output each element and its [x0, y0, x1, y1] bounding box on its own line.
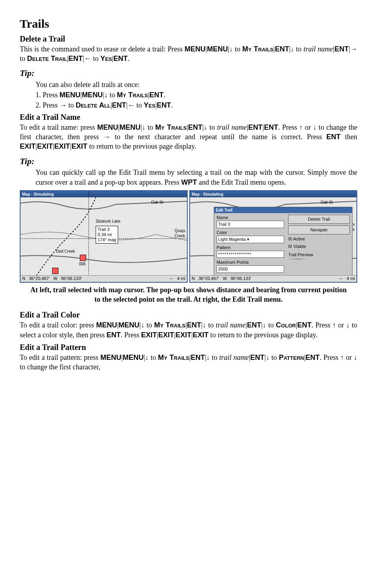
- popup-bearing: 174° mag: [98, 237, 116, 242]
- field-maxpoints[interactable]: 2000: [217, 265, 284, 273]
- trail-preview-line: [288, 259, 308, 259]
- heading-tip: Tip:: [20, 67, 357, 79]
- status-lon: 96°06.133': [61, 276, 81, 281]
- key-yes: Yes: [100, 55, 112, 62]
- status-lat: 36°20.467': [198, 276, 219, 281]
- key-menu: MENU: [123, 354, 144, 361]
- map-area: Oak St Skiatook Lake Quapı Creek Dad Cre…: [21, 197, 187, 276]
- heading-edit-color: Edit a Trail Color: [20, 310, 357, 320]
- trail-preview-label: Trail Preview: [288, 252, 313, 257]
- status-lat: 36°20.467': [29, 276, 49, 281]
- heading-edit-name: Edit a Trail Name: [20, 112, 357, 123]
- waypoint-icon: [80, 255, 86, 261]
- statusbar: N 36°20.467' W 96°06.133' ↔ 4 mi: [21, 275, 187, 282]
- status-coords: N 36°20.467' W 96°06.133': [192, 276, 251, 282]
- key-menu: MENU: [100, 354, 121, 361]
- key-mytrails: My Trails: [154, 321, 185, 329]
- field-pattern[interactable]: ****************: [217, 251, 284, 258]
- text: to return to the previous page display.: [87, 142, 196, 150]
- key-exit: EXIT: [193, 331, 209, 339]
- status-n: N: [192, 276, 195, 281]
- key-delete-trail: Delete Trail: [27, 55, 67, 62]
- para-edit-pattern: To edit a trail pattern: press MENU|MENU…: [20, 353, 357, 372]
- text: To edit a trail color: press: [20, 321, 96, 329]
- key-ent: ENT: [188, 123, 202, 131]
- status-scale: ↔ 4 mi: [339, 276, 355, 282]
- key-menu: MENU: [60, 91, 81, 99]
- status-w: W: [53, 276, 57, 281]
- key-ent: ENT: [149, 91, 164, 99]
- key-exit: EXIT: [141, 331, 157, 339]
- label-maxpoints: Maximum Points: [217, 259, 284, 265]
- map-label-oak: Oak St: [320, 200, 333, 205]
- field-name[interactable]: Trail 3: [217, 221, 284, 228]
- trail-preview: Trail Preview: [288, 252, 350, 259]
- key-menu: MENU: [120, 123, 141, 131]
- key-mytrails: My Trails: [117, 91, 148, 99]
- key-mytrails: My Trails: [242, 45, 273, 53]
- key-delete-all: Delete All: [76, 101, 111, 109]
- label-pattern: Pattern: [217, 245, 284, 251]
- field-color[interactable]: Light Magenta ▾: [217, 236, 284, 243]
- text: To edit a trail pattern: press: [20, 354, 100, 361]
- para-edit-name: To edit a trail name: press MENU|MENU|↓ …: [20, 123, 357, 151]
- map-label-oak: Oak St: [151, 200, 163, 205]
- key-menu: MENU: [119, 321, 139, 329]
- trail-name-var: trail name: [217, 123, 247, 131]
- waypoint-icon: [52, 268, 58, 274]
- figure-caption: At left, trail selected with map cursor.…: [28, 285, 349, 304]
- edit-trail-panel: Edit Trail Name Trail 3 Color Light Mage…: [214, 207, 352, 277]
- statusbar: N 36°20.467' W 96°06.133' ↔ 4 mi: [190, 275, 356, 282]
- status-scale: ↔ 4 mi: [169, 276, 185, 282]
- tip1-intro: You can also delete all trails at once:: [36, 80, 357, 89]
- tip1-step2: 2. Press → to Delete All|ENT|← to Yes|EN…: [36, 100, 357, 110]
- checkbox-visible[interactable]: ☒ Visible: [288, 244, 350, 250]
- popup-distance: 0.34 mi: [98, 232, 116, 237]
- navigate-button[interactable]: Navigate: [288, 225, 350, 234]
- text: To edit a trail name: press: [20, 123, 97, 131]
- window-titlebar: Map - Simulating: [21, 191, 187, 198]
- key-ent: ENT: [112, 101, 126, 109]
- delete-trail-button[interactable]: Delete Trail: [288, 215, 350, 224]
- key-ent: ENT: [305, 354, 320, 361]
- key-mytrails: My Trails: [158, 354, 189, 361]
- window-titlebar: Map - Simulating: [190, 191, 356, 198]
- checkbox-active[interactable]: ☒ Active: [288, 236, 350, 242]
- panel-title: Edit Trail: [214, 207, 352, 214]
- status-w: W: [223, 276, 227, 281]
- key-menu: MENU: [185, 45, 205, 53]
- trail-name-var: trail name: [216, 321, 245, 329]
- page-title: Trails: [20, 16, 357, 32]
- text: 2. Press → to: [36, 101, 76, 109]
- text: This is the command used to erase or del…: [20, 45, 185, 53]
- key-exit: EXIT: [20, 142, 36, 150]
- map-area: Oak St Quapı Creek 005 Edit Trail Name T…: [190, 197, 356, 276]
- heading-edit-pattern: Edit a Trail Pattern: [20, 342, 357, 353]
- status-distance: 4 mi: [177, 276, 185, 281]
- map-label-dadcreek: Dad Creek: [56, 249, 75, 254]
- key-menu: MENU: [207, 45, 228, 53]
- arrow-icon: ↔: [339, 276, 343, 281]
- key-ent: ENT: [334, 45, 349, 53]
- arrow-icon: ↔: [169, 276, 173, 281]
- waypoint-label: 006: [79, 261, 86, 267]
- key-ent: ENT: [190, 354, 205, 361]
- checkbox-active-label: Active: [293, 236, 305, 241]
- key-mytrails: My Trails: [155, 123, 187, 131]
- key-ent: ENT: [113, 55, 128, 62]
- key-menu: MENU: [82, 91, 103, 99]
- text: and the Edit Trail menu opens.: [199, 178, 286, 186]
- para-delete-trail: This is the command used to erase or del…: [20, 44, 357, 64]
- key-ent: ENT: [264, 123, 278, 131]
- cursor-crosshair: [87, 237, 91, 241]
- key-ent: ENT: [187, 321, 201, 329]
- text: then: [341, 133, 357, 141]
- key-menu: MENU: [97, 123, 118, 131]
- key-exit: EXIT: [54, 142, 70, 150]
- status-lon: 96°06.133': [230, 276, 251, 281]
- key-wpt: WPT: [181, 178, 197, 186]
- key-ent: ENT: [326, 133, 341, 141]
- key-exit: EXIT: [37, 142, 53, 150]
- label-name: Name: [217, 215, 284, 221]
- para-edit-color: To edit a trail color: press MENU|MENU|↓…: [20, 320, 357, 340]
